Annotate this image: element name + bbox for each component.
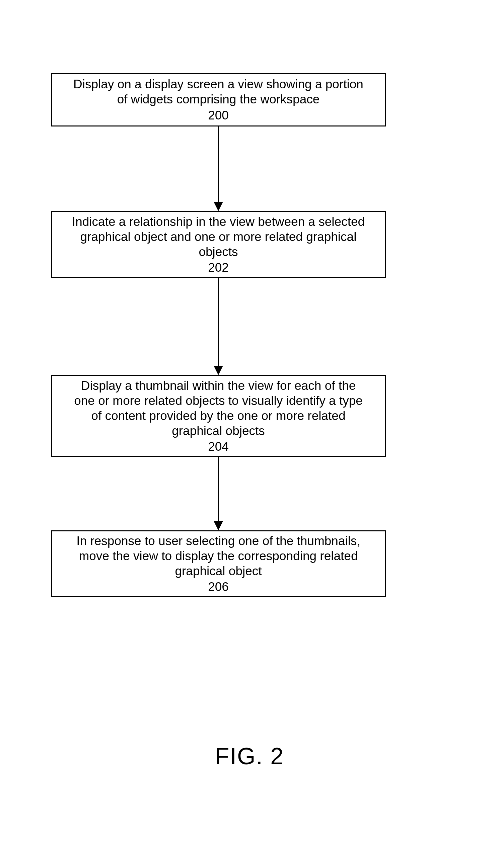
arrow-200-to-202: [218, 126, 219, 202]
flowchart-canvas: Display on a display screen a view showi…: [0, 0, 499, 868]
flow-step-202-ref: 202: [208, 260, 229, 275]
flow-step-204-text: Display a thumbnail within the view for …: [74, 378, 363, 439]
flow-step-200-ref: 200: [208, 108, 229, 123]
arrowhead-200-to-202: [214, 202, 223, 211]
flow-step-202: Indicate a relationship in the view betw…: [51, 211, 386, 278]
flow-step-206-text: In response to user selecting one of the…: [76, 533, 360, 579]
flow-step-200: Display on a display screen a view showi…: [51, 73, 386, 126]
arrowhead-204-to-206: [214, 521, 223, 530]
flow-step-206-ref: 206: [208, 579, 229, 594]
flow-step-204-ref: 204: [208, 439, 229, 454]
flow-step-204: Display a thumbnail within the view for …: [51, 375, 386, 457]
figure-label: FIG. 2: [0, 743, 499, 770]
arrow-202-to-204: [218, 278, 219, 366]
flow-step-202-text: Indicate a relationship in the view betw…: [72, 214, 365, 259]
flow-step-200-text: Display on a display screen a view showi…: [73, 77, 363, 107]
flow-step-206: In response to user selecting one of the…: [51, 530, 386, 597]
arrowhead-202-to-204: [214, 366, 223, 375]
arrow-204-to-206: [218, 457, 219, 521]
